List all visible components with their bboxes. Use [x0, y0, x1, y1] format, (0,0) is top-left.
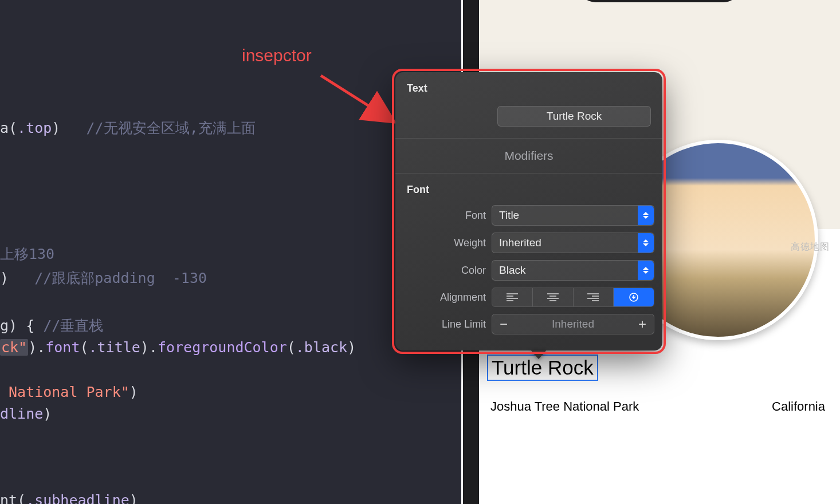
font-select-value: Title: [499, 209, 519, 222]
color-select-value: Black: [499, 264, 525, 277]
code-comment: //跟底部padding -130: [34, 270, 207, 286]
code-comment: //垂直栈: [43, 317, 103, 334]
alignment-label: Alignment: [403, 292, 486, 304]
code-token: ): [129, 492, 138, 504]
alignment-segmented[interactable]: [492, 288, 654, 307]
inspector-section-font: Font: [395, 174, 662, 202]
code-token: .subheadline: [26, 492, 129, 504]
code-token: font: [45, 339, 80, 356]
code-token: g) {: [0, 317, 43, 334]
linelimit-stepper[interactable]: − Inherited +: [492, 314, 654, 334]
align-left-button[interactable]: [492, 288, 533, 306]
weight-select-value: Inherited: [499, 237, 541, 249]
inspector-section-text: Text: [395, 72, 662, 100]
code-comment: //无视安全区域,充满上面: [87, 120, 256, 136]
code-token: dline: [0, 405, 43, 422]
code-token: (: [287, 339, 296, 356]
code-token: ).: [140, 339, 158, 356]
code-token: ).: [28, 339, 45, 356]
code-token: foregroundColor: [158, 339, 287, 356]
device-notch: [579, 0, 740, 2]
weight-select[interactable]: Inherited: [492, 233, 654, 253]
code-token: .black: [296, 339, 347, 356]
text-value-field[interactable]: Turtle Rock: [497, 106, 651, 127]
color-select[interactable]: Black: [492, 260, 654, 281]
code-token: a(: [0, 120, 17, 136]
select-caret-icon: [638, 261, 654, 280]
linelimit-value: Inherited: [515, 318, 631, 330]
code-string: National Park": [0, 384, 129, 400]
select-caret-icon: [638, 206, 654, 225]
code-token: ): [52, 120, 60, 136]
align-center-button[interactable]: [533, 288, 574, 306]
map-attribution: 高德地图: [791, 241, 830, 253]
align-inherit-button[interactable]: [614, 288, 654, 306]
code-comment: 上移130: [0, 246, 54, 262]
code-token: ): [43, 405, 52, 422]
weight-label: Weight: [403, 237, 486, 249]
annotation-label: insepctor: [242, 46, 312, 65]
code-token: .top: [17, 120, 52, 136]
preview-subtitle: Joshua Tree National Park: [490, 399, 639, 414]
select-caret-icon: [638, 233, 654, 253]
color-label: Color: [403, 265, 486, 277]
font-label: Font: [403, 210, 486, 222]
code-token: ): [129, 384, 138, 400]
code-token: (: [80, 339, 88, 356]
align-right-button[interactable]: [574, 288, 614, 306]
code-token: ): [347, 339, 356, 356]
modifiers-heading: Modifiers: [395, 139, 662, 173]
font-select[interactable]: Title: [492, 205, 654, 226]
annotation-arrow: [317, 73, 398, 125]
attributes-inspector[interactable]: Text Turtle Rock Modifiers Font Font Tit…: [395, 72, 662, 351]
stepper-plus-button[interactable]: +: [631, 316, 654, 332]
code-token: ): [0, 270, 9, 286]
preview-subtitle-right: California: [772, 399, 825, 414]
code-token: .title: [89, 339, 140, 356]
code-token: nt(: [0, 492, 26, 504]
stepper-minus-button[interactable]: −: [492, 316, 515, 332]
linelimit-label: Line Limit: [403, 318, 486, 330]
code-string: ck": [1, 339, 27, 356]
